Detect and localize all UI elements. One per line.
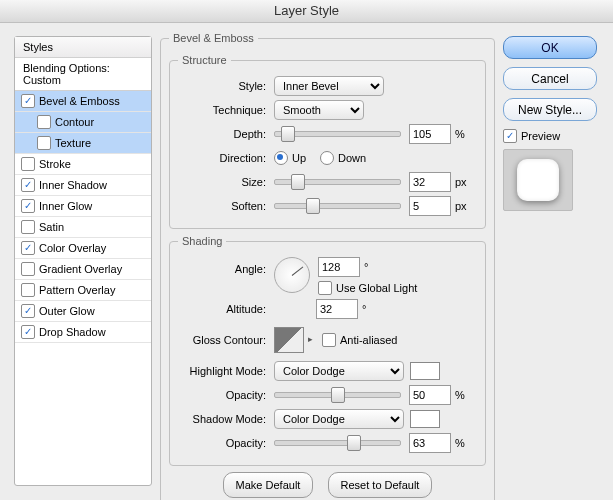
- style-color-overlay[interactable]: Color Overlay: [15, 238, 151, 259]
- style-pattern-overlay[interactable]: Pattern Overlay: [15, 280, 151, 301]
- checkbox-icon[interactable]: [21, 241, 35, 255]
- structure-group: Structure Style:Inner Bevel Technique:Sm…: [169, 54, 486, 229]
- shadow-opacity-slider[interactable]: [274, 440, 401, 446]
- angle-dial[interactable]: [274, 257, 310, 293]
- checkbox-icon[interactable]: [21, 199, 35, 213]
- checkbox-icon[interactable]: [21, 157, 35, 171]
- size-slider[interactable]: [274, 179, 401, 185]
- direction-up-radio[interactable]: [274, 151, 288, 165]
- styles-list: Styles Blending Options: Custom Bevel & …: [14, 36, 152, 486]
- reset-default-button[interactable]: Reset to Default: [328, 472, 433, 498]
- highlight-mode-select[interactable]: Color Dodge: [274, 361, 404, 381]
- style-gradient-overlay[interactable]: Gradient Overlay: [15, 259, 151, 280]
- dialog-title: Layer Style: [0, 0, 613, 23]
- style-drop-shadow[interactable]: Drop Shadow: [15, 322, 151, 343]
- preview-thumbnail: [503, 149, 573, 211]
- altitude-field[interactable]: [316, 299, 358, 319]
- make-default-button[interactable]: Make Default: [223, 472, 314, 498]
- checkbox-icon[interactable]: [37, 115, 51, 129]
- checkbox-icon[interactable]: [21, 262, 35, 276]
- depth-slider[interactable]: [274, 131, 401, 137]
- style-contour[interactable]: Contour: [15, 112, 151, 133]
- group-title: Bevel & Emboss: [169, 32, 258, 44]
- checkbox-icon[interactable]: [21, 325, 35, 339]
- cancel-button[interactable]: Cancel: [503, 67, 597, 90]
- antialiased-checkbox[interactable]: [322, 333, 336, 347]
- shading-group: Shading Angle: ° Use Global Light Altitu…: [169, 235, 486, 466]
- style-bevel-emboss[interactable]: Bevel & Emboss: [15, 91, 151, 112]
- style-inner-shadow[interactable]: Inner Shadow: [15, 175, 151, 196]
- direction-down-radio[interactable]: [320, 151, 334, 165]
- checkbox-icon[interactable]: [37, 136, 51, 150]
- checkbox-icon[interactable]: [21, 94, 35, 108]
- depth-field[interactable]: [409, 124, 451, 144]
- preview-checkbox[interactable]: [503, 129, 517, 143]
- technique-select[interactable]: Smooth: [274, 100, 364, 120]
- angle-field[interactable]: [318, 257, 360, 277]
- highlight-opacity-slider[interactable]: [274, 392, 401, 398]
- shadow-mode-select[interactable]: Color Dodge: [274, 409, 404, 429]
- style-stroke[interactable]: Stroke: [15, 154, 151, 175]
- checkbox-icon[interactable]: [21, 220, 35, 234]
- highlight-opacity-field[interactable]: [409, 385, 451, 405]
- shadow-opacity-field[interactable]: [409, 433, 451, 453]
- style-inner-glow[interactable]: Inner Glow: [15, 196, 151, 217]
- style-satin[interactable]: Satin: [15, 217, 151, 238]
- size-field[interactable]: [409, 172, 451, 192]
- checkbox-icon[interactable]: [21, 304, 35, 318]
- new-style-button[interactable]: New Style...: [503, 98, 597, 121]
- blending-options[interactable]: Blending Options: Custom: [15, 58, 151, 91]
- style-texture[interactable]: Texture: [15, 133, 151, 154]
- soften-field[interactable]: [409, 196, 451, 216]
- style-select[interactable]: Inner Bevel: [274, 76, 384, 96]
- highlight-color[interactable]: [410, 362, 440, 380]
- ok-button[interactable]: OK: [503, 36, 597, 59]
- styles-header[interactable]: Styles: [15, 37, 151, 58]
- bevel-emboss-group: Bevel & Emboss Structure Style:Inner Bev…: [160, 32, 495, 500]
- global-light-checkbox[interactable]: [318, 281, 332, 295]
- gloss-contour[interactable]: [274, 327, 304, 353]
- checkbox-icon[interactable]: [21, 178, 35, 192]
- style-outer-glow[interactable]: Outer Glow: [15, 301, 151, 322]
- shadow-color[interactable]: [410, 410, 440, 428]
- checkbox-icon[interactable]: [21, 283, 35, 297]
- soften-slider[interactable]: [274, 203, 401, 209]
